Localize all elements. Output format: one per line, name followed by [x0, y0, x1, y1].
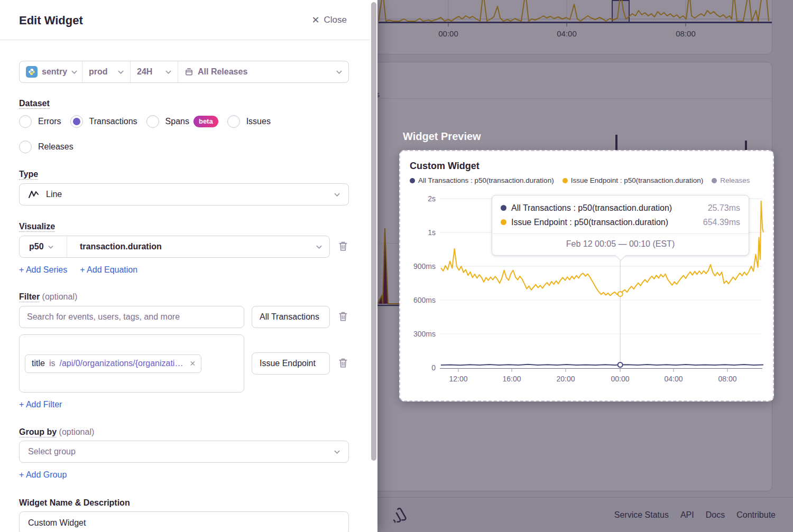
- filter-query-input[interactable]: title is /api/0/organizations/{organizat…: [19, 334, 244, 393]
- close-icon: ✕: [311, 14, 319, 26]
- legend-item[interactable]: Issue Endpoint : p50(transaction.duratio…: [563, 176, 704, 184]
- dataset-option-label: Spans: [165, 117, 189, 126]
- radio-icon[interactable]: [19, 141, 32, 153]
- tooltip-rows: All Transactions : p50(transaction.durat…: [492, 195, 749, 234]
- dataset-option-spans[interactable]: Spansbeta: [146, 115, 218, 128]
- screen: 00:0004:0008:00 s Service StatusAPIDocsC…: [0, 0, 793, 532]
- tooltip-row: All Transactions : p50(transaction.durat…: [501, 201, 740, 215]
- modal-scrollbar-thumb[interactable]: [371, 2, 376, 461]
- delete-filter-button[interactable]: [337, 357, 349, 371]
- svg-text:2s: 2s: [428, 194, 436, 203]
- delete-filter-button[interactable]: [337, 310, 349, 324]
- widget-name-input[interactable]: [19, 511, 349, 532]
- time-period-filter[interactable]: 24H: [130, 61, 178, 82]
- legend-dot-icon: [410, 178, 415, 183]
- visualize-section: Visualize p50 transaction.duration: [19, 222, 349, 275]
- field-value: transaction.duration: [80, 242, 162, 251]
- dataset-option-label: Transactions: [89, 117, 137, 126]
- modal-header: Edit Widget ✕ Close: [0, 0, 377, 40]
- delete-series-button[interactable]: [337, 240, 349, 254]
- token-remove-icon[interactable]: ✕: [189, 359, 196, 368]
- close-button[interactable]: ✕ Close: [311, 14, 347, 26]
- tooltip-series-label: All Transactions : p50(transaction.durat…: [511, 203, 672, 213]
- line-chart-icon: [28, 190, 40, 199]
- chart-tooltip: All Transactions : p50(transaction.durat…: [492, 195, 749, 256]
- modal-title: Edit Widget: [19, 14, 83, 27]
- aggregate-select[interactable]: p50: [20, 236, 67, 257]
- filter-search-input[interactable]: [19, 306, 244, 328]
- svg-text:600ms: 600ms: [413, 296, 436, 304]
- add-series-link[interactable]: + Add Series: [19, 265, 67, 275]
- visualize-label: Visualize: [19, 222, 55, 232]
- beta-badge: beta: [193, 116, 218, 127]
- tooltip-series-label: Issue Endpoint : p50(transaction.duratio…: [511, 218, 668, 227]
- add-equation-link[interactable]: + Add Equation: [80, 265, 137, 275]
- dataset-option-label: Errors: [38, 117, 61, 126]
- display-type-select[interactable]: Line: [19, 183, 349, 206]
- display-type-value: Line: [46, 190, 62, 199]
- radio-icon[interactable]: [227, 115, 240, 128]
- chevron-down-icon: [334, 449, 340, 455]
- token-value: /api/0/organizations/{organization_id…: [59, 359, 184, 368]
- modal-scrollbar-track[interactable]: [370, 0, 377, 532]
- filter-alias-input[interactable]: Issue Endpoint: [252, 352, 330, 375]
- legend-item[interactable]: Releases: [712, 176, 750, 184]
- legend-item[interactable]: All Transactions : p50(transaction.durat…: [410, 176, 554, 184]
- chevron-down-icon: [336, 69, 342, 75]
- group-by-section: Group by (optional) Select group + Add G…: [19, 427, 349, 480]
- type-label: Type: [19, 170, 38, 180]
- dataset-option-releases[interactable]: Releases: [19, 141, 73, 153]
- aggregate-value: p50: [29, 242, 44, 251]
- chevron-down-icon: [334, 192, 340, 198]
- widget-preview-card: Custom Widget All Transactions : p50(tra…: [399, 150, 774, 402]
- chevron-down-icon: [165, 69, 171, 75]
- time-period-value: 24H: [137, 67, 152, 77]
- group-by-optional-label: (optional): [59, 427, 95, 436]
- radio-selected-icon[interactable]: [70, 115, 83, 128]
- filter-alias-input[interactable]: All Transactions: [252, 306, 330, 328]
- project-filter-value: sentry: [42, 67, 67, 77]
- filter-optional-label: (optional): [42, 292, 78, 301]
- svg-text:12:00: 12:00: [449, 375, 467, 383]
- dataset-options-row: ErrorsTransactionsSpansbetaIssues: [19, 115, 349, 128]
- edit-widget-modal: Edit Widget ✕ Close sentry: [0, 0, 377, 532]
- svg-text:900ms: 900ms: [413, 262, 436, 270]
- group-by-select[interactable]: Select group: [19, 441, 349, 463]
- legend-label: Issue Endpoint : p50(transaction.duratio…: [571, 176, 704, 184]
- group-by-label: Group by: [19, 427, 57, 437]
- svg-text:0: 0: [431, 363, 436, 372]
- radio-icon[interactable]: [146, 115, 159, 128]
- type-section: Type Line: [19, 170, 349, 206]
- tooltip-series-value: 654.39ms: [703, 218, 740, 227]
- environment-filter-value: prod: [89, 67, 108, 77]
- svg-text:300ms: 300ms: [413, 330, 436, 338]
- add-group-link[interactable]: + Add Group: [19, 470, 67, 480]
- filter-label: Filter: [19, 292, 40, 302]
- chevron-down-icon: [48, 244, 53, 250]
- tooltip-series-value: 25.73ms: [708, 203, 740, 213]
- add-filter-link[interactable]: + Add Filter: [19, 400, 62, 409]
- dataset-option-label: Issues: [246, 117, 271, 126]
- releases-icon: [185, 68, 193, 76]
- dataset-option-errors[interactable]: Errors: [19, 115, 61, 128]
- chevron-down-icon: [316, 244, 322, 250]
- radio-icon[interactable]: [19, 115, 32, 128]
- svg-text:16:00: 16:00: [502, 375, 521, 383]
- environment-filter[interactable]: prod: [82, 61, 130, 82]
- tooltip-series-dot-icon: [501, 205, 506, 211]
- python-platform-icon: [26, 66, 38, 78]
- legend-label: All Transactions : p50(transaction.durat…: [418, 176, 554, 184]
- chevron-down-icon: [71, 69, 77, 75]
- releases-filter[interactable]: All Releases: [178, 61, 348, 82]
- tooltip-row: Issue Endpoint : p50(transaction.duratio…: [501, 215, 740, 229]
- dataset-option-transactions[interactable]: Transactions: [70, 115, 137, 128]
- filter-token[interactable]: title is /api/0/organizations/{organizat…: [25, 354, 201, 373]
- dataset-option-issues[interactable]: Issues: [227, 115, 271, 128]
- legend-dot-icon: [563, 178, 568, 183]
- tooltip-series-dot-icon: [501, 219, 506, 225]
- field-select[interactable]: transaction.duration: [67, 236, 329, 257]
- legend-dot-icon: [712, 178, 717, 183]
- project-filter[interactable]: sentry: [20, 61, 82, 82]
- chart-legend: All Transactions : p50(transaction.durat…: [410, 176, 750, 184]
- dataset-option-label: Releases: [38, 142, 73, 152]
